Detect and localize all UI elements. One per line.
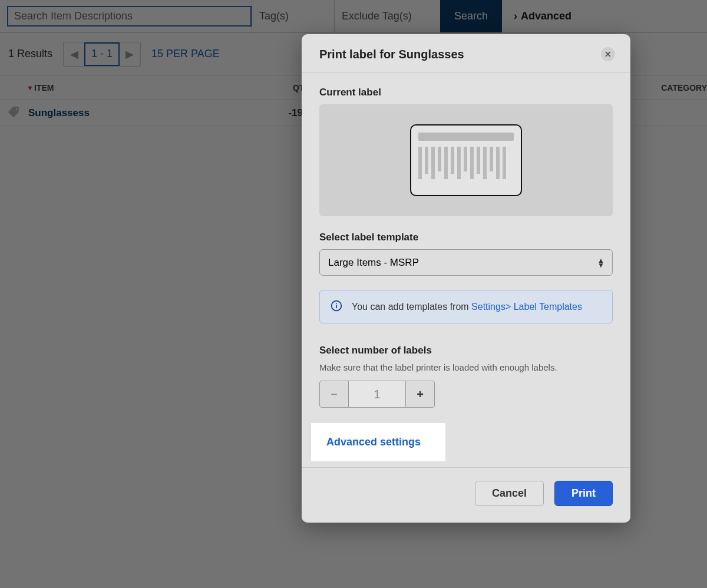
select-template-heading: Select label template xyxy=(319,232,613,243)
label-preview xyxy=(319,104,613,216)
minus-icon: − xyxy=(331,388,338,401)
number-labels-heading: Select number of labels xyxy=(319,345,613,356)
qty-value[interactable]: 1 xyxy=(349,381,405,408)
print-button[interactable]: Print xyxy=(554,481,613,506)
close-button[interactable]: ✕ xyxy=(601,47,615,61)
advanced-settings-link[interactable]: Advanced settings xyxy=(326,436,421,448)
svg-rect-1 xyxy=(336,305,337,308)
barcode-icon xyxy=(410,124,522,196)
modal-header: Print label for Sunglasses ✕ xyxy=(302,34,630,72)
number-labels-subtext: Make sure that the label printer is load… xyxy=(319,362,613,372)
template-select-wrap: Large Items - MSRP ▲▼ xyxy=(319,249,613,276)
plus-icon: + xyxy=(417,388,424,401)
advanced-settings-highlight: Advanced settings xyxy=(311,423,445,461)
svg-rect-2 xyxy=(336,303,337,304)
cancel-button[interactable]: Cancel xyxy=(475,481,544,506)
qty-increment-button[interactable]: + xyxy=(405,381,435,408)
info-icon xyxy=(331,300,342,313)
qty-decrement-button[interactable]: − xyxy=(319,381,349,408)
modal-title: Print label for Sunglasses xyxy=(319,48,464,61)
modal-footer: Cancel Print xyxy=(302,467,630,523)
current-label-heading: Current label xyxy=(319,87,613,98)
modal-body: Current label Select label template Larg… xyxy=(302,72,630,461)
info-banner: You can add templates from Settings> Lab… xyxy=(319,290,613,323)
settings-templates-link[interactable]: Settings> Label Templates xyxy=(471,302,582,312)
close-icon: ✕ xyxy=(604,49,612,59)
print-label-modal: Print label for Sunglasses ✕ Current lab… xyxy=(302,34,630,523)
template-select[interactable]: Large Items - MSRP xyxy=(319,249,613,276)
quantity-stepper: − 1 + xyxy=(319,381,613,408)
info-text: You can add templates from Settings> Lab… xyxy=(352,300,582,313)
